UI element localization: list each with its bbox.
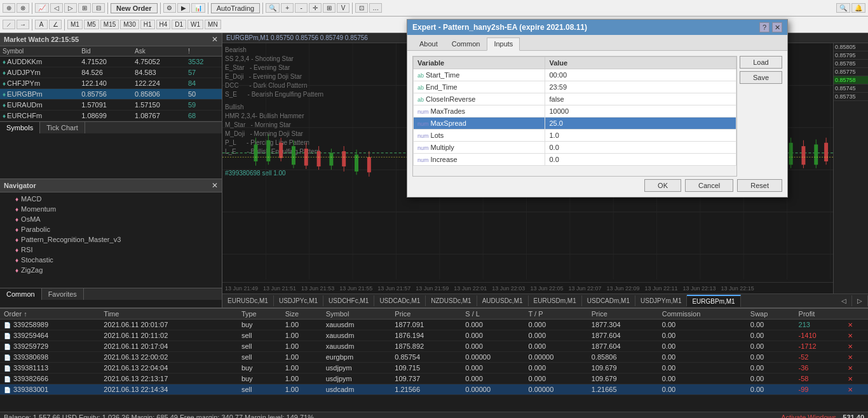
load-button[interactable]: Load [740, 56, 782, 69]
toolbar-new-chart[interactable]: 📈 [35, 3, 49, 13]
dialog-tab-common[interactable]: Common [445, 37, 487, 50]
toolbar-zoom-chart[interactable]: 🔍 [266, 3, 280, 13]
market-row[interactable]: ♦EURCHFm 1.08699 1.08767 68 [0, 111, 222, 121]
table-row[interactable]: 📄339259729 2021.06.11 20:17:04 sell 1.00… [0, 341, 868, 352]
table-row[interactable]: 📄339259464 2021.06.11 20:11:02 sell 1.00… [0, 330, 868, 341]
dialog-table-row[interactable]: abEnd_Time [414, 81, 736, 93]
col-time[interactable]: Time [100, 309, 238, 320]
dialog-close-btn[interactable]: ✕ [772, 22, 782, 32]
col-commission[interactable]: Commission [658, 309, 747, 320]
tf-m1[interactable]: M1 [67, 20, 83, 29]
toolbar-btn-1[interactable]: ⊕ [3, 3, 15, 13]
market-row[interactable]: ♦AUDJPYm 84.526 84.583 57 [0, 67, 222, 78]
dialog-table-row[interactable]: numLots [414, 130, 736, 142]
table-row[interactable]: 📄339258989 2021.06.11 20:01:07 buy 1.00 … [0, 320, 868, 330]
nav-item[interactable]: ♦OsMA [0, 214, 222, 224]
toolbar-btn-2[interactable]: ⊗ [17, 3, 29, 13]
chart-tab-usdcadm[interactable]: USDCADm,M1 [582, 295, 635, 306]
dialog-table-row[interactable]: numMaxTrades [414, 105, 736, 118]
dialog-input-maxtrades[interactable] [549, 107, 731, 115]
dialog-help-btn[interactable]: ? [759, 22, 770, 32]
chart-tab-usdjpy[interactable]: USDJPYc,M1 [274, 295, 323, 306]
tf-m5[interactable]: M5 [84, 20, 99, 29]
dialog-table-row[interactable]: numMultiply [414, 142, 736, 154]
mw-tab-tick[interactable]: Tick Chart [40, 122, 85, 133]
nav-item[interactable]: ♦Parabolic [0, 224, 222, 234]
market-row[interactable]: ♦CHFJPYm 122.140 122.224 84 [0, 78, 222, 89]
tf-mn[interactable]: MN [205, 20, 221, 29]
tf-m15[interactable]: M15 [100, 20, 119, 29]
toolbar-bar-chart[interactable]: ⊞ [78, 3, 91, 13]
dialog-table-row[interactable]: numMaxSpread [414, 118, 736, 130]
col-symbol[interactable]: Symbol [322, 309, 391, 320]
toolbar-vol[interactable]: V [337, 3, 349, 13]
nav-item[interactable]: ♦MACD [0, 194, 222, 204]
chart-tab-usdjpym[interactable]: USDJPYm,M1 [635, 295, 687, 306]
toolbar-zoom-in[interactable]: ◁ [50, 3, 63, 13]
nav-tab-common[interactable]: Common [0, 288, 42, 300]
table-row[interactable]: 📄339383001 2021.06.13 22:14:34 sell 1.00… [0, 384, 868, 395]
col-swap[interactable]: Swap [747, 309, 795, 320]
dialog-input-start_time[interactable] [549, 71, 731, 79]
col-price[interactable]: Price [391, 309, 461, 320]
dialog-table-row[interactable]: abCloseInReverse [414, 93, 736, 105]
table-row[interactable]: 📄339382666 2021.06.13 22:13:17 buy 1.00 … [0, 374, 868, 384]
nav-item[interactable]: ♦Stochastic [0, 255, 222, 265]
toolbar-search[interactable]: 🔍 [836, 3, 850, 13]
orders-scroll[interactable]: Order ↑ Time Type Size Symbol Price S / … [0, 309, 868, 412]
tf-d1[interactable]: D1 [172, 20, 186, 29]
chart-tab-nzdusd[interactable]: NZDUSDc,M1 [426, 295, 477, 306]
chart-tab-usdchf[interactable]: USDCHFc,M1 [323, 295, 374, 306]
toolbar-zoom-out[interactable]: ▷ [64, 3, 77, 13]
tf-h1[interactable]: H1 [140, 20, 155, 29]
toolbar-zoom-in2[interactable]: + [281, 3, 294, 13]
tf-h4[interactable]: H4 [156, 20, 171, 29]
col-profit[interactable]: Profit [795, 309, 844, 320]
chart-tab-usdcad[interactable]: USDCADc,M1 [374, 295, 426, 306]
chart-tab-eurusd[interactable]: EURUSDc,M1 [222, 295, 274, 306]
dialog-input-increase[interactable] [549, 156, 731, 163]
draw-line-btn[interactable]: ⟋ [3, 20, 15, 29]
toolbar-grid[interactable]: ⊞ [323, 3, 336, 13]
order-close-btn[interactable]: ✕ [848, 343, 853, 350]
reset-button[interactable]: Reset [737, 179, 782, 192]
order-close-btn[interactable]: ✕ [848, 386, 853, 393]
dialog-input-maxspread[interactable] [549, 119, 731, 127]
market-row[interactable]: ♦EURGBPm 0.85756 0.85806 50 [0, 89, 222, 100]
nav-item[interactable]: ♦ZigZag [0, 265, 222, 275]
dialog-input-closeinreverse[interactable] [549, 95, 731, 103]
toolbar-crosshair[interactable]: ✛ [309, 3, 322, 13]
order-close-btn[interactable]: ✕ [848, 354, 853, 361]
toolbar-script[interactable]: ▶ [177, 3, 190, 13]
nav-item[interactable]: ♦RSI [0, 245, 222, 255]
order-close-btn[interactable]: ✕ [848, 332, 853, 339]
draw-angle-btn[interactable]: ∠ [49, 20, 62, 29]
col-order[interactable]: Order ↑ [0, 309, 100, 320]
toolbar-notification[interactable]: 🔔 [851, 3, 865, 13]
col-close-price[interactable]: Price [588, 309, 658, 320]
nav-tab-favorites[interactable]: Favorites [42, 288, 84, 300]
toolbar-line-chart[interactable]: ⊟ [92, 3, 105, 13]
save-button[interactable]: Save [740, 71, 782, 84]
toolbar-expert[interactable]: ⚙ [163, 3, 176, 13]
col-size[interactable]: Size [281, 309, 322, 320]
dialog-input-lots[interactable] [549, 131, 731, 139]
dialog-table-row[interactable]: abStart_Time [414, 69, 736, 81]
order-close-btn[interactable]: ✕ [848, 365, 853, 372]
market-watch-close[interactable]: ✕ [212, 35, 218, 44]
chart-nav-prev[interactable]: ◁ [836, 295, 852, 306]
ok-button[interactable]: OK [644, 179, 681, 192]
market-row[interactable]: ♦AUDDKKm 4.71520 4.75052 3532 [0, 57, 222, 67]
auto-trading-button[interactable]: AutoTrading [211, 3, 261, 13]
navigator-close[interactable]: ✕ [212, 181, 218, 190]
toolbar-indicator[interactable]: 📊 [191, 3, 205, 13]
col-tp[interactable]: T / P [525, 309, 588, 320]
new-order-button[interactable]: New Order [111, 3, 158, 13]
cancel-button[interactable]: Cancel [685, 179, 733, 192]
order-close-btn[interactable]: ✕ [848, 375, 853, 382]
dialog-input-multiply[interactable] [549, 144, 731, 151]
dialog-table-row[interactable]: numIncrease [414, 154, 736, 166]
chart-nav-next[interactable]: ▷ [852, 295, 868, 306]
table-row[interactable]: 📄339381113 2021.06.13 22:04:04 buy 1.00 … [0, 363, 868, 374]
chart-tab-eurusdm[interactable]: EURUSDm,M1 [529, 295, 582, 306]
